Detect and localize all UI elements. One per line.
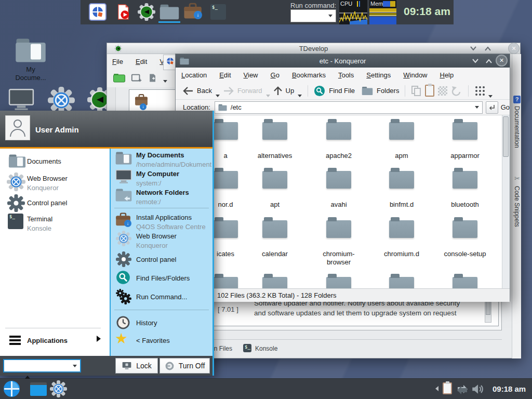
back-label[interactable]: Back	[197, 87, 212, 95]
konqueror-titlebar[interactable]: etc - Konqueror ×	[176, 54, 510, 68]
menu-item-label[interactable]: My Documents	[136, 151, 184, 159]
menu-item-terminal[interactable]	[8, 214, 23, 229]
chevron-down-icon[interactable]	[216, 95, 220, 97]
maximize-icon[interactable]	[485, 58, 493, 64]
panel-launcher-presentation[interactable]	[115, 3, 131, 23]
forward-label[interactable]: Forward	[237, 87, 262, 95]
maximize-icon[interactable]	[484, 46, 491, 51]
copy-icon[interactable]	[411, 85, 421, 97]
menu-location[interactable]: Location	[181, 71, 207, 79]
taskbar-konqueror[interactable]	[50, 380, 67, 399]
close-icon[interactable]: ×	[496, 55, 508, 66]
menu-item-label[interactable]: Control panel	[27, 199, 67, 207]
scrollbar-thumb[interactable]	[503, 116, 509, 157]
start-button[interactable]	[3, 380, 20, 399]
panel-hide-arrow-icon[interactable]	[25, 376, 30, 379]
find-file-icon[interactable]	[314, 85, 325, 97]
menu-item-label[interactable]: History	[136, 319, 157, 327]
chevron-down-icon[interactable]	[73, 365, 77, 367]
menu-edit[interactable]: Edit	[219, 71, 231, 79]
up-label[interactable]: Up	[286, 87, 295, 95]
location-input[interactable]: /etc	[215, 101, 483, 114]
applications-label[interactable]: Applications	[27, 337, 68, 344]
avatar[interactable]	[5, 115, 30, 140]
tab-find-in-files[interactable]: in Files	[212, 345, 232, 352]
chevron-down-icon[interactable]	[266, 95, 270, 97]
menu-item-my-computer[interactable]	[115, 169, 132, 186]
minimize-icon[interactable]	[470, 46, 477, 51]
chevron-down-icon[interactable]	[488, 95, 493, 98]
menu-item-install-applications[interactable]: ↓	[115, 212, 131, 229]
menu-go[interactable]: Go	[271, 71, 280, 79]
folders-label[interactable]: Folders	[377, 87, 399, 95]
folders-icon[interactable]	[362, 86, 373, 96]
menu-item-label[interactable]: Terminal	[27, 215, 52, 223]
menu-settings[interactable]: Settings	[366, 71, 391, 79]
menu-item-find-files[interactable]	[116, 270, 130, 287]
tray-volume-icon[interactable]	[471, 382, 484, 398]
content-scrollbar[interactable]	[502, 115, 510, 288]
menu-search-input[interactable]	[3, 359, 81, 373]
paste-icon[interactable]	[425, 85, 434, 97]
open-folder-icon[interactable]	[113, 73, 126, 83]
find-file-label[interactable]: Find File	[329, 87, 355, 95]
view-mode-grid-icon[interactable]	[475, 86, 477, 88]
menu-item-label[interactable]: My Computer	[136, 170, 179, 178]
lock-button[interactable]: Lock	[115, 358, 158, 374]
tab-documentation[interactable]: Documentation	[513, 106, 521, 148]
forward-icon[interactable]	[223, 87, 234, 95]
turn-off-button[interactable]: Turn Off	[159, 358, 210, 374]
menu-item-favorites[interactable]: < Favorites	[136, 337, 170, 344]
menu-edit[interactable]: Edit	[136, 58, 147, 65]
panel-launcher-file-manager[interactable]	[159, 4, 179, 22]
run-command-input[interactable]	[290, 9, 336, 22]
panel-launcher-q4os[interactable]	[89, 3, 107, 21]
tdevelop-titlebar[interactable]: TDevelop ×	[107, 43, 520, 54]
panel-launcher-software-centre[interactable]: ↓	[183, 3, 202, 22]
chevron-down-icon[interactable]	[298, 95, 302, 97]
go-enter-button[interactable]	[486, 101, 498, 114]
up-icon[interactable]	[274, 86, 282, 96]
menu-item-label[interactable]: Web Browser	[136, 232, 177, 240]
menu-item-label[interactable]: Web Browser	[27, 175, 68, 182]
minimize-icon[interactable]	[472, 58, 479, 64]
mem-monitor[interactable]: Mem	[369, 0, 396, 24]
go-label[interactable]: Go	[501, 103, 510, 111]
menu-tools[interactable]: Tools	[338, 71, 354, 79]
panel-launcher-updater[interactable]	[138, 3, 155, 23]
new-document-icon[interactable]	[148, 73, 158, 83]
tray-expand-arrow-icon[interactable]	[435, 386, 438, 391]
menu-item-label[interactable]: Network Folders	[136, 189, 189, 196]
panel-launcher-terminal[interactable]	[210, 4, 226, 20]
tab-konsole[interactable]: Konsole	[255, 345, 277, 352]
cpu-monitor[interactable]: CPU	[339, 0, 367, 24]
menu-item-label[interactable]: Find Files/Folders	[136, 274, 190, 282]
menu-file[interactable]: File	[112, 58, 123, 65]
menu-item-label[interactable]: Control panel	[136, 256, 176, 263]
close-icon[interactable]: ×	[508, 43, 520, 54]
tray-clipboard-icon[interactable]	[443, 382, 452, 394]
fill-pattern-icon[interactable]	[438, 86, 447, 96]
menu-item-run-command[interactable]	[116, 289, 131, 307]
menu-view[interactable]: View	[244, 71, 258, 79]
menu-item-control-panel[interactable]	[7, 194, 25, 214]
desktop-icon-my-documents[interactable]: My Docume...	[15, 37, 47, 82]
menu-item-web-browser[interactable]	[116, 231, 131, 248]
menu-item-label[interactable]: Documents	[27, 157, 61, 165]
menu-help[interactable]: Help	[440, 71, 454, 79]
tray-klipper-icon[interactable]	[456, 383, 469, 397]
menu-item-documents[interactable]	[8, 154, 26, 170]
menu-item-label[interactable]: Install Applications	[136, 214, 192, 221]
menu-item-network-folders[interactable]	[115, 188, 132, 204]
desktop-icon-my-computer[interactable]	[8, 88, 34, 113]
menu-bookmarks[interactable]: Bookmarks	[292, 71, 326, 79]
back-icon[interactable]	[183, 87, 193, 95]
undo-icon[interactable]	[451, 86, 462, 96]
menu-item-web-browser[interactable]	[7, 172, 25, 193]
menu-item-my-documents[interactable]	[115, 151, 132, 167]
chevron-down-icon[interactable]	[328, 15, 332, 17]
menu-item-label[interactable]: Run Command...	[136, 293, 187, 301]
menu-window[interactable]: Window	[403, 71, 427, 79]
tab-code-snippets[interactable]: Code Snippets	[513, 186, 521, 227]
chevron-down-icon[interactable]	[163, 80, 167, 83]
